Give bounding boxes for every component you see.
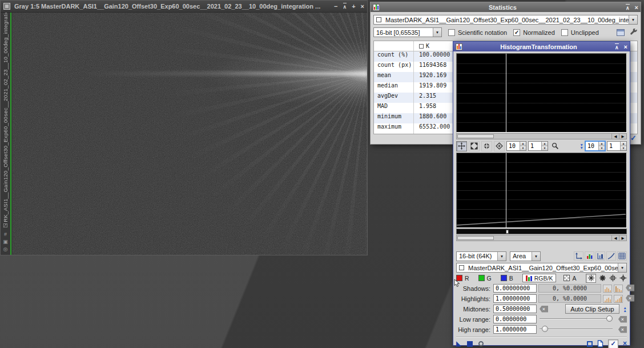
histogram-view-selector[interactable]: MasterDARK_ASI1__Gain120_Offset30_Exp60_… <box>456 263 627 273</box>
close-icon[interactable]: × <box>624 44 627 50</box>
readout-dark-icon[interactable] <box>599 274 606 282</box>
spin-down-icon[interactable]: ▼ <box>621 146 626 150</box>
track-view-button[interactable]: ✓ <box>608 339 618 348</box>
checkbox-unchecked[interactable] <box>448 29 455 36</box>
shadows-input[interactable] <box>493 284 537 293</box>
vertical-zoom-spinbox[interactable]: ▲▼ <box>528 141 548 151</box>
zoom-tool-button[interactable] <box>550 141 561 151</box>
input-histogram-scrollbar[interactable]: ◀ ▶ <box>456 235 627 241</box>
channel-green-button[interactable]: G <box>478 275 492 282</box>
close-icon[interactable]: × <box>361 3 364 9</box>
readout-crosshair-icon[interactable] <box>619 274 627 282</box>
midtones-input[interactable] <box>493 305 537 313</box>
highlights-histogram-icon[interactable] <box>603 295 612 303</box>
dropdown-arrow-icon[interactable]: ▼ <box>532 252 540 261</box>
scroll-left-icon[interactable]: ◀ <box>611 235 619 241</box>
scrollbar-thumb[interactable] <box>457 134 494 138</box>
statistics-view-selector[interactable]: MasterDARK_ASI1__Gain120_Offset30_Exp60_… <box>373 15 638 25</box>
scroll-right-icon[interactable]: ▶ <box>619 134 626 139</box>
second-vertical-zoom-spinbox[interactable]: ▲▼ <box>607 141 627 151</box>
midtones-balance-strip[interactable] <box>456 229 627 234</box>
auto-clip-setup-button[interactable]: Auto Clip Setup <box>565 304 619 314</box>
normalized-option[interactable]: ✓ Normalized <box>513 29 555 36</box>
image-window-titlebar[interactable]: Gray 1:5 MasterDARK_ASI1__Gain120_Offset… <box>1 1 367 13</box>
spin-up-icon[interactable]: ▲ <box>621 142 626 146</box>
unclipped-option[interactable]: Unclipped <box>561 29 599 36</box>
channel-column-header[interactable]: K <box>414 41 456 51</box>
dropdown-arrow-icon[interactable]: ▼ <box>497 252 506 261</box>
second-horizontal-zoom-spinbox[interactable]: ▲▼ <box>585 141 605 151</box>
high-range-slider[interactable] <box>540 326 613 333</box>
browse-documentation-icon[interactable] <box>597 340 603 347</box>
curve-plot-icon[interactable] <box>606 251 616 261</box>
low-range-reset-icon[interactable]: × <box>618 316 627 323</box>
scroll-left-icon[interactable]: ◀ <box>611 134 619 139</box>
channel-blue-button[interactable]: B <box>501 275 513 282</box>
apply-icon[interactable] <box>467 341 473 347</box>
dropdown-arrow-icon[interactable]: ▼ <box>618 263 626 272</box>
histogram-titlebar[interactable]: HistogramTransformation ∧ × <box>453 42 630 51</box>
wrench-icon[interactable] <box>630 29 638 37</box>
mode-selector[interactable]: Area ▼ <box>510 251 541 261</box>
double-down-arrow-icon[interactable]: ▼▼ <box>580 143 583 149</box>
minimize-icon[interactable]: − <box>334 3 337 9</box>
highlights-reset-icon[interactable]: × <box>626 295 634 302</box>
highlights-clipped-histogram-icon[interactable] <box>614 295 623 303</box>
output-histogram-scrollbar[interactable]: ◀ ▶ <box>456 133 627 139</box>
range-selector[interactable]: 16-bit [0,65535] ▼ <box>373 27 442 37</box>
zoom-to-fit-button[interactable] <box>469 141 480 151</box>
second-vertical-zoom-input[interactable] <box>607 142 620 150</box>
checkbox-checked[interactable]: ✓ <box>513 29 520 36</box>
second-horizontal-zoom-input[interactable] <box>586 142 598 150</box>
spin-down-icon[interactable]: ▼ <box>520 146 526 150</box>
grid-toggle-icon[interactable] <box>617 251 627 261</box>
slider-thumb[interactable] <box>606 315 613 322</box>
shadows-reset-icon[interactable]: × <box>626 285 634 291</box>
scrollbar-thumb[interactable] <box>457 236 494 240</box>
hash-icon[interactable]: # <box>4 231 7 237</box>
vertical-zoom-input[interactable] <box>529 142 541 150</box>
shadows-clipped-histogram-icon[interactable] <box>614 285 623 293</box>
spin-up-icon[interactable]: ▲ <box>520 142 526 146</box>
low-range-slider[interactable] <box>540 315 613 323</box>
statistics-titlebar[interactable]: Statistics ∧ × <box>371 2 641 12</box>
new-instance-icon[interactable]: ◣ <box>456 341 461 347</box>
image-window-selector-bar[interactable]: ☑RK_ASI1__Gain120_Offset30_Exp60_00sec__… <box>1 13 11 255</box>
horizontal-zoom-input[interactable] <box>507 142 520 150</box>
high-range-reset-icon[interactable]: × <box>618 326 627 333</box>
center-cursor-button[interactable] <box>494 141 505 151</box>
axis-arrows-icon[interactable] <box>574 251 583 261</box>
midtones-marker[interactable] <box>506 230 509 234</box>
rgb-histogram-icon[interactable] <box>585 251 594 261</box>
slider-thumb[interactable] <box>542 326 548 332</box>
bar-plot-icon[interactable] <box>595 251 605 261</box>
spin-up-icon[interactable]: ▲ <box>599 142 605 146</box>
dropdown-arrow-icon[interactable]: ▼ <box>629 15 637 24</box>
close-icon[interactable]: × <box>635 5 638 10</box>
shade-icon[interactable]: ∧ <box>626 4 630 11</box>
input-histogram-plot[interactable] <box>456 153 627 228</box>
scientific-notation-option[interactable]: Scientific notation <box>448 29 507 36</box>
text-view-icon[interactable] <box>617 29 625 36</box>
shrink-button[interactable] <box>481 141 492 151</box>
channel-rgbk-button-selected[interactable]: RGB/K <box>522 274 557 282</box>
pan-mode-button[interactable] <box>456 141 467 151</box>
track-view-check-icon[interactable]: ✓ <box>630 134 637 142</box>
spin-up-icon[interactable]: ▲ <box>542 142 548 146</box>
shade-icon[interactable]: ∧ <box>615 43 619 50</box>
spin-down-icon[interactable]: ▼ <box>599 146 605 150</box>
high-range-input[interactable] <box>493 325 537 334</box>
readout-target-icon[interactable] <box>609 274 617 282</box>
reset-icon[interactable]: × <box>623 341 627 347</box>
double-up-arrow-icon[interactable]: ▲▲ <box>623 306 627 312</box>
target-icon[interactable]: ◎ <box>3 246 8 252</box>
low-range-input[interactable] <box>493 315 537 323</box>
spin-down-icon[interactable]: ▼ <box>542 146 548 150</box>
scroll-right-icon[interactable]: ▶ <box>619 235 626 241</box>
readout-normal-icon-selected[interactable] <box>586 274 596 283</box>
channel-checkbox[interactable] <box>419 44 424 49</box>
checkbox-unchecked[interactable] <box>561 29 568 36</box>
output-histogram-plot[interactable] <box>456 53 627 133</box>
zoom-icon[interactable]: + <box>352 3 355 9</box>
horizontal-zoom-spinbox[interactable]: ▲▼ <box>506 141 526 151</box>
